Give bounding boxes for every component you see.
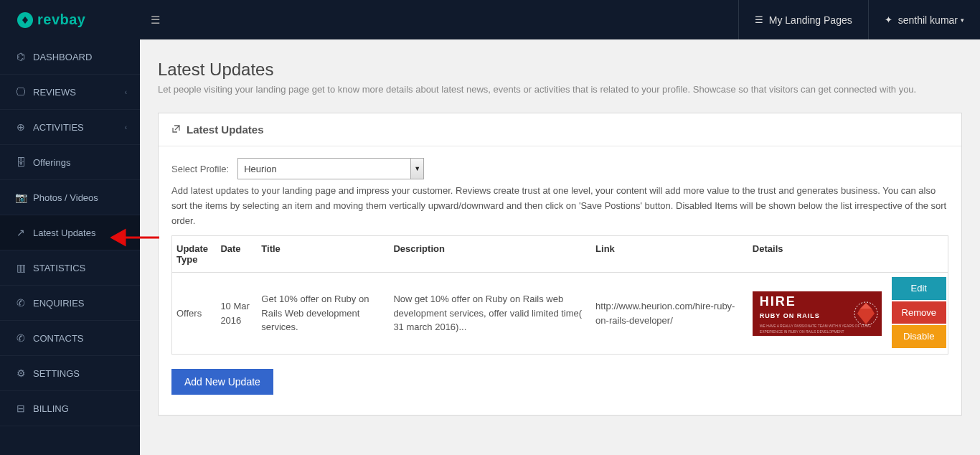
- user-icon: ✦: [885, 14, 892, 25]
- case-icon: 🗄: [13, 156, 29, 168]
- ext-icon: ↗: [13, 227, 29, 238]
- remove-button[interactable]: Remove: [892, 301, 946, 324]
- cell-description: Now get 10% offer on Ruby on Rails web d…: [387, 273, 590, 355]
- sidebar-item-label: SETTINGS: [33, 368, 80, 379]
- menu-icon: [755, 14, 763, 25]
- camera-icon: 📷: [13, 192, 29, 203]
- menu-toggle-icon[interactable]: [140, 14, 171, 27]
- brand-text: revbay: [37, 11, 86, 28]
- sidebar-item-activities[interactable]: ⊕ACTIVITIES‹: [0, 110, 140, 145]
- phone-icon: ✆: [13, 332, 29, 344]
- sidebar-item-offerings[interactable]: 🗄Offerings: [0, 145, 140, 180]
- cell-type: Offers: [172, 273, 215, 355]
- display-icon: 🖵: [13, 86, 29, 98]
- th-link[interactable]: Link: [590, 236, 747, 273]
- ruby-icon: [852, 296, 880, 332]
- globe-icon: ⊕: [13, 121, 29, 133]
- user-menu[interactable]: ✦ senthil kumar: [868, 0, 980, 39]
- card-header: Latest Updates: [159, 113, 961, 146]
- sidebar-item-label: Offerings: [33, 157, 71, 168]
- sidebar-item-billing[interactable]: ⊟BILLING: [0, 391, 140, 426]
- help-text: Add latest updates to your landing page …: [171, 184, 948, 228]
- caret-down-icon: [961, 17, 964, 24]
- sidebar-item-settings[interactable]: ⚙SETTINGS: [0, 356, 140, 391]
- cell-details: HIRE RUBY ON RAILS WE HAVE A REALLY PASS…: [747, 273, 890, 355]
- gear-icon: ⚙: [13, 367, 29, 379]
- page-title: Latest Updates: [158, 60, 962, 80]
- phone-icon: ✆: [13, 297, 29, 309]
- dash-icon: ⌬: [13, 51, 29, 62]
- sidebar-item-contacts[interactable]: ✆CONTACTS: [0, 321, 140, 356]
- billing-icon: ⊟: [13, 403, 29, 414]
- updates-table: Update Type Date Title Description Link …: [171, 235, 948, 355]
- user-name: senthil kumar: [898, 14, 958, 26]
- add-new-update-button[interactable]: Add New Update: [171, 369, 273, 395]
- my-landing-pages-link[interactable]: My Landing Pages: [738, 0, 868, 39]
- chart-icon: ▥: [13, 262, 29, 273]
- external-link-icon: [171, 124, 181, 136]
- sidebar-item-label: BILLING: [33, 403, 69, 414]
- sidebar-item-label: Latest Updates: [33, 228, 95, 238]
- cell-link: http://www.heurion.com/hire-ruby-on-rail…: [590, 273, 747, 355]
- table-header-row: Update Type Date Title Description Link …: [172, 236, 948, 273]
- sidebar-item-photos-videos[interactable]: 📷Photos / Videos: [0, 180, 140, 215]
- sidebar-item-latest-updates[interactable]: ↗Latest Updates: [0, 215, 140, 250]
- page-subtitle: Let people visiting your landing page ge…: [158, 84, 962, 95]
- select-profile-label: Select Profile:: [171, 164, 229, 174]
- logo[interactable]: revbay: [0, 11, 140, 28]
- chevron-left-icon: ‹: [125, 88, 127, 96]
- sidebar-item-label: CONTACTS: [33, 333, 84, 344]
- th-actions: [890, 236, 948, 273]
- cell-title: Get 10% offer on Ruby on Rails Web devel…: [255, 273, 387, 355]
- my-landing-pages-label: My Landing Pages: [769, 14, 852, 26]
- main-content: Latest Updates Let people visiting your …: [140, 39, 980, 455]
- sidebar-item-label: STATISTICS: [33, 263, 85, 273]
- th-update-type[interactable]: Update Type: [172, 236, 215, 273]
- edit-button[interactable]: Edit: [892, 277, 946, 300]
- card-title: Latest Updates: [187, 123, 264, 136]
- sidebar-item-label: REVIEWS: [33, 87, 76, 98]
- th-description[interactable]: Description: [387, 236, 590, 273]
- topbar: revbay My Landing Pages ✦ senthil kumar: [0, 0, 980, 39]
- sidebar-item-statistics[interactable]: ▥STATISTICS: [0, 250, 140, 286]
- sidebar-item-label: ACTIVITIES: [33, 122, 84, 133]
- profile-select[interactable]: Heurion: [237, 158, 424, 179]
- sidebar-item-label: Photos / Videos: [33, 192, 98, 203]
- banner-image: HIRE RUBY ON RAILS WE HAVE A REALLY PASS…: [753, 291, 882, 336]
- sidebar-item-label: ENQUIRIES: [33, 298, 85, 309]
- th-details[interactable]: Details: [747, 236, 890, 273]
- updates-card: Latest Updates Select Profile: Heurion ▼…: [158, 113, 962, 416]
- th-date[interactable]: Date: [215, 236, 255, 273]
- sidebar-item-reviews[interactable]: 🖵REVIEWS‹: [0, 75, 140, 110]
- sidebar-item-dashboard[interactable]: ⌬DASHBOARD: [0, 39, 140, 75]
- th-title[interactable]: Title: [255, 236, 387, 273]
- cell-actions: Edit Remove Disable: [890, 273, 948, 355]
- sidebar-item-enquiries[interactable]: ✆ENQUIRIES: [0, 286, 140, 321]
- sidebar: ⌬DASHBOARD🖵REVIEWS‹⊕ACTIVITIES‹🗄Offering…: [0, 39, 140, 455]
- logo-icon: [17, 12, 33, 28]
- cell-date: 10 Mar 2016: [215, 273, 255, 355]
- chevron-left-icon: ‹: [125, 123, 127, 131]
- disable-button[interactable]: Disable: [892, 325, 946, 348]
- sidebar-item-label: DASHBOARD: [33, 52, 92, 62]
- table-row[interactable]: Offers 10 Mar 2016 Get 10% offer on Ruby…: [172, 273, 948, 355]
